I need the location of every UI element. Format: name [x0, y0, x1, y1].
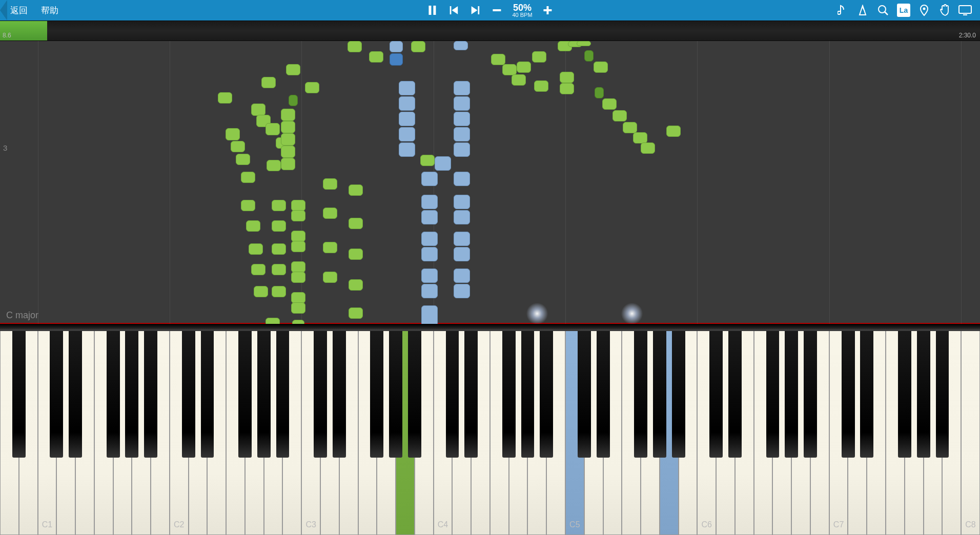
- progress-bar[interactable]: 8.6 2:30.0: [0, 20, 980, 41]
- black-key[interactable]: [389, 331, 402, 458]
- black-key[interactable]: [842, 331, 855, 458]
- falling-note: [502, 64, 517, 75]
- black-key[interactable]: [238, 331, 252, 458]
- falling-note: [323, 178, 337, 190]
- falling-note: [421, 195, 438, 209]
- black-key[interactable]: [50, 331, 63, 458]
- black-key[interactable]: [257, 331, 271, 458]
- black-key[interactable]: [917, 331, 930, 458]
- falling-note: [454, 127, 470, 141]
- falling-note: [454, 232, 470, 246]
- falling-note: [421, 284, 438, 298]
- tempo-down-button[interactable]: [491, 4, 503, 16]
- metronome-icon[interactable]: [856, 4, 869, 17]
- white-key[interactable]: C8: [961, 331, 980, 535]
- black-key[interactable]: [597, 331, 610, 458]
- black-key[interactable]: [709, 331, 723, 458]
- hand-icon[interactable]: [938, 4, 951, 17]
- falling-note: [251, 264, 266, 275]
- octave-label: C4: [438, 520, 448, 529]
- falling-note: [281, 121, 295, 133]
- falling-note: [454, 269, 470, 283]
- black-key[interactable]: [936, 331, 949, 458]
- current-time: 8.6: [3, 32, 11, 39]
- black-key[interactable]: [464, 331, 478, 458]
- black-key[interactable]: [314, 331, 327, 458]
- svg-rect-6: [493, 9, 501, 11]
- tempo-display[interactable]: 50% 40 BPM: [512, 3, 532, 18]
- falling-note: [291, 241, 305, 252]
- falling-note: [421, 305, 438, 324]
- falling-note: [534, 80, 548, 92]
- help-button[interactable]: 帮助: [34, 0, 66, 20]
- falling-note: [281, 109, 295, 121]
- falling-note: [349, 307, 363, 319]
- black-key[interactable]: [12, 331, 26, 458]
- black-key[interactable]: [107, 331, 120, 458]
- note-name-toggle[interactable]: La: [897, 4, 910, 17]
- black-key[interactable]: [578, 331, 591, 458]
- skip-back-button[interactable]: [447, 4, 460, 16]
- back-button[interactable]: 返回: [0, 0, 34, 20]
- falling-note: [323, 208, 337, 219]
- falling-note: [236, 154, 250, 165]
- marker-icon[interactable]: [917, 4, 931, 17]
- note-eighth-icon[interactable]: [835, 4, 849, 17]
- black-key[interactable]: [521, 331, 535, 458]
- black-key[interactable]: [125, 331, 138, 458]
- note-fall-area: 3 C major: [0, 41, 980, 324]
- falling-note: [595, 87, 604, 98]
- svg-rect-5: [478, 6, 479, 14]
- falling-note: [399, 127, 415, 141]
- display-icon[interactable]: [958, 4, 972, 17]
- black-key[interactable]: [201, 331, 214, 458]
- falling-note: [251, 104, 266, 116]
- black-key[interactable]: [672, 331, 685, 458]
- black-key[interactable]: [540, 331, 553, 458]
- black-key[interactable]: [69, 331, 82, 458]
- falling-note: [399, 81, 415, 95]
- transport-controls: 50% 40 BPM: [426, 3, 554, 18]
- black-key[interactable]: [898, 331, 911, 458]
- svg-marker-4: [471, 6, 477, 14]
- falling-note: [369, 51, 383, 63]
- falling-note: [594, 61, 608, 73]
- svg-rect-8: [547, 6, 549, 14]
- svg-line-10: [885, 12, 888, 15]
- svg-rect-0: [428, 6, 431, 15]
- black-key[interactable]: [182, 331, 195, 458]
- black-key[interactable]: [333, 331, 346, 458]
- black-key[interactable]: [370, 331, 383, 458]
- falling-note: [454, 142, 470, 157]
- piano-keyboard[interactable]: C1C2C3C4C5C6C7C8: [0, 324, 980, 535]
- black-key[interactable]: [653, 331, 666, 458]
- black-key[interactable]: [860, 331, 873, 458]
- falling-note: [560, 83, 574, 94]
- black-key[interactable]: [408, 331, 421, 458]
- black-key[interactable]: [276, 331, 290, 458]
- falling-note: [349, 218, 363, 229]
- black-key[interactable]: [804, 331, 817, 458]
- zoom-icon[interactable]: [876, 4, 890, 17]
- tempo-up-button[interactable]: [542, 4, 554, 16]
- falling-note: [411, 41, 425, 52]
- black-key[interactable]: [785, 331, 798, 458]
- black-key[interactable]: [144, 331, 157, 458]
- black-key[interactable]: [728, 331, 742, 458]
- black-key[interactable]: [446, 331, 459, 458]
- black-key[interactable]: [502, 331, 516, 458]
- skip-forward-button[interactable]: [469, 4, 481, 16]
- black-key[interactable]: [766, 331, 780, 458]
- falling-note: [291, 210, 305, 221]
- falling-note: [421, 269, 438, 283]
- falling-note: [349, 249, 363, 260]
- falling-note: [399, 142, 415, 157]
- falling-note: [291, 261, 305, 273]
- top-toolbar: 返回 帮助 50% 40 BPM La: [0, 0, 980, 20]
- falling-note: [291, 292, 305, 303]
- pause-button[interactable]: [426, 4, 438, 16]
- falling-note: [241, 172, 255, 183]
- black-key[interactable]: [634, 331, 647, 458]
- measure-number: 3: [3, 143, 7, 152]
- falling-note: [254, 286, 268, 297]
